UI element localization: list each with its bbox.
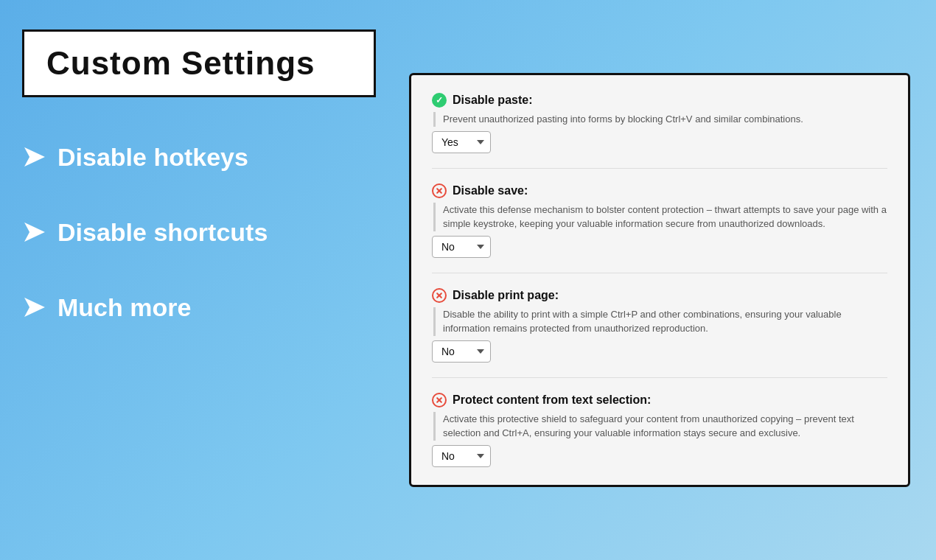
setting-label-disable-save: Disable save: bbox=[453, 184, 528, 197]
setting-header-disable-print: Disable print page: bbox=[432, 288, 887, 303]
feature-item-hotkeys: ➤ Disable hotkeys bbox=[22, 141, 376, 172]
arrow-icon-hotkeys: ➤ bbox=[22, 141, 44, 172]
divider-3 bbox=[432, 377, 887, 378]
setting-select-disable-save[interactable]: No Yes bbox=[432, 236, 491, 258]
setting-label-disable-paste: Disable paste: bbox=[453, 94, 532, 107]
feature-label-hotkeys: Disable hotkeys bbox=[57, 143, 248, 172]
setting-label-protect-selection: Protect content from text selection: bbox=[453, 393, 651, 407]
arrow-icon-more: ➤ bbox=[22, 292, 44, 323]
setting-desc-disable-paste: Prevent unauthorized pasting into forms … bbox=[433, 112, 887, 127]
feature-item-more: ➤ Much more bbox=[22, 292, 376, 323]
setting-label-disable-print: Disable print page: bbox=[453, 289, 559, 302]
x-icon-protect-selection bbox=[432, 393, 447, 407]
x-icon-disable-save bbox=[432, 183, 447, 198]
feature-label-shortcuts: Disable shortcuts bbox=[57, 218, 268, 247]
setting-select-disable-paste[interactable]: Yes No bbox=[432, 131, 491, 153]
feature-item-shortcuts: ➤ Disable shortcuts bbox=[22, 217, 376, 248]
right-panel: Disable paste: Prevent unauthorized past… bbox=[398, 0, 936, 560]
arrow-icon-shortcuts: ➤ bbox=[22, 217, 44, 248]
setting-disable-save: Disable save: Activate this defense mech… bbox=[432, 183, 887, 258]
divider-1 bbox=[432, 168, 887, 169]
setting-disable-paste: Disable paste: Prevent unauthorized past… bbox=[432, 93, 887, 153]
setting-header-disable-save: Disable save: bbox=[432, 183, 887, 198]
check-icon-disable-paste bbox=[432, 93, 447, 108]
setting-header-disable-paste: Disable paste: bbox=[432, 93, 887, 108]
setting-select-protect-selection[interactable]: No Yes bbox=[432, 445, 491, 467]
setting-header-protect-selection: Protect content from text selection: bbox=[432, 393, 887, 407]
setting-protect-selection: Protect content from text selection: Act… bbox=[432, 393, 887, 467]
divider-2 bbox=[432, 273, 887, 273]
setting-desc-disable-print: Disable the ability to print with a simp… bbox=[433, 307, 887, 336]
setting-desc-protect-selection: Activate this protective shield to safeg… bbox=[433, 412, 887, 441]
setting-select-disable-print[interactable]: No Yes bbox=[432, 340, 491, 363]
page-title: Custom Settings bbox=[46, 45, 352, 82]
x-icon-disable-print bbox=[432, 288, 447, 303]
setting-desc-disable-save: Activate this defense mechanism to bolst… bbox=[433, 203, 887, 231]
left-panel: Custom Settings ➤ Disable hotkeys ➤ Disa… bbox=[0, 0, 398, 560]
setting-disable-print: Disable print page: Disable the ability … bbox=[432, 288, 887, 363]
settings-box: Disable paste: Prevent unauthorized past… bbox=[409, 73, 910, 487]
title-box: Custom Settings bbox=[22, 29, 376, 97]
feature-label-more: Much more bbox=[57, 293, 191, 322]
